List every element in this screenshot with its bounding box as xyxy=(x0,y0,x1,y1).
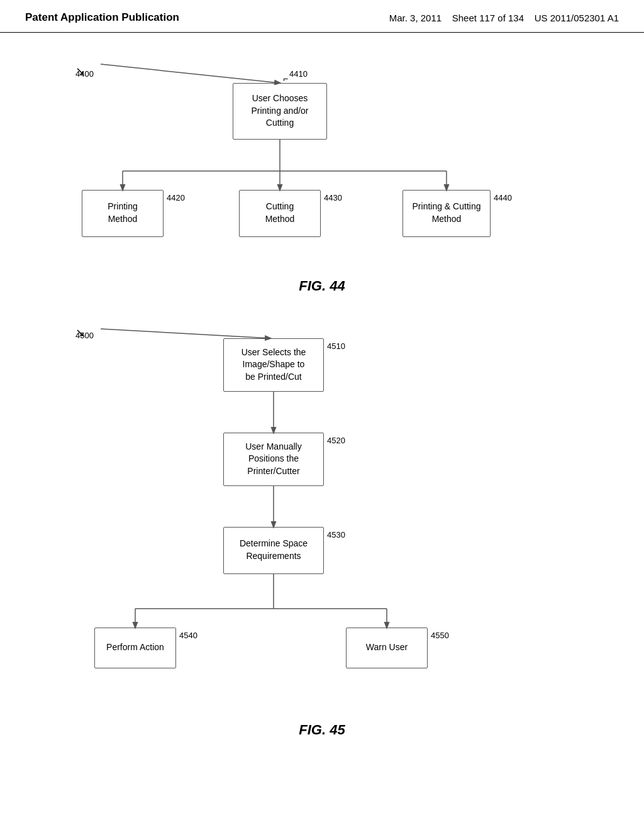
ref-4430: 4430 xyxy=(324,193,342,202)
arrow-4400: ↘ xyxy=(75,64,85,78)
fig45-label: FIG. 45 xyxy=(38,722,606,738)
ref-4550: 4550 xyxy=(431,631,449,640)
svg-line-6 xyxy=(101,329,270,338)
fig44-diagram: 4400 ↘ 4410 ⌐ User Chooses Printing and/… xyxy=(38,52,606,265)
ref-4540: 4540 xyxy=(179,631,197,640)
fig45-diagram: 4500 ↘ User Selects the Image/Shape to b… xyxy=(38,319,606,709)
page-header: Patent Application Publication Mar. 3, 2… xyxy=(0,0,644,33)
main-content: 4400 ↘ 4410 ⌐ User Chooses Printing and/… xyxy=(0,33,644,782)
publication-title: Patent Application Publication xyxy=(25,11,179,24)
pub-date: Mar. 3, 2011 xyxy=(389,13,441,23)
ref-4530: 4530 xyxy=(327,530,345,540)
svg-line-0 xyxy=(101,64,280,83)
arrow-4500: ↘ xyxy=(75,326,85,340)
box-4530: Determine Space Requirements xyxy=(223,527,324,574)
ref-4410: 4410 xyxy=(289,69,308,79)
box-4430: Cutting Method xyxy=(239,190,321,237)
header-info: Mar. 3, 2011 Sheet 117 of 134 US 2011/05… xyxy=(389,11,619,26)
ref-4440: 4440 xyxy=(494,193,512,202)
box-4510: User Selects the Image/Shape to be Print… xyxy=(223,338,324,392)
box-4410: User Chooses Printing and/or Cutting xyxy=(233,83,327,140)
box-4550: Warn User xyxy=(346,628,428,668)
box-4520: User Manually Positions the Printer/Cutt… xyxy=(223,433,324,486)
fig44-section: 4400 ↘ 4410 ⌐ User Chooses Printing and/… xyxy=(38,52,606,294)
box-4540: Perform Action xyxy=(94,628,176,668)
ref-4420: 4420 xyxy=(167,193,185,202)
fig44-label: FIG. 44 xyxy=(38,278,606,294)
sheet-info: Sheet 117 of 134 xyxy=(452,13,524,23)
fig45-section: 4500 ↘ User Selects the Image/Shape to b… xyxy=(38,319,606,738)
patent-number: US 2011/052301 A1 xyxy=(535,13,619,23)
box-4440: Printing & Cutting Method xyxy=(402,190,491,237)
box-4420: Printing Method xyxy=(82,190,164,237)
ref-4520: 4520 xyxy=(327,436,345,445)
tick-4410: ⌐ xyxy=(283,74,288,84)
ref-4510: 4510 xyxy=(327,341,345,351)
